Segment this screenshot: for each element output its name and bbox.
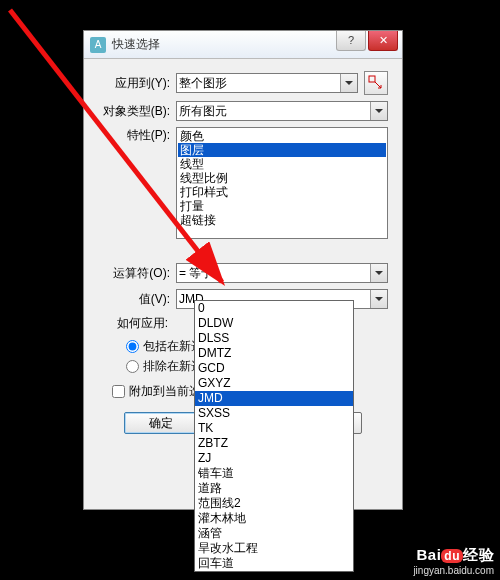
- chevron-down-icon: [340, 74, 357, 92]
- dropdown-option[interactable]: 0: [195, 301, 353, 316]
- close-button[interactable]: ✕: [368, 31, 398, 51]
- dropdown-option[interactable]: ZJ: [195, 451, 353, 466]
- dropdown-option[interactable]: DLSS: [195, 331, 353, 346]
- dropdown-option[interactable]: 错车道: [195, 466, 353, 481]
- object-type-label: 对象类型(B):: [98, 103, 176, 120]
- dropdown-option[interactable]: 灌木林地: [195, 511, 353, 526]
- ok-button[interactable]: 确定: [124, 412, 198, 434]
- chevron-down-icon: [370, 290, 387, 308]
- dropdown-option[interactable]: JMD: [195, 391, 353, 406]
- dropdown-option[interactable]: 涵管: [195, 526, 353, 541]
- operator-label: 运算符(O):: [98, 265, 176, 282]
- property-item[interactable]: 超链接: [178, 213, 386, 227]
- operator-combo[interactable]: = 等于: [176, 263, 388, 283]
- dropdown-option[interactable]: 范围线2: [195, 496, 353, 511]
- app-icon: A: [90, 37, 106, 53]
- dropdown-option[interactable]: ZBTZ: [195, 436, 353, 451]
- dropdown-option[interactable]: 回车道: [195, 556, 353, 571]
- apply-to-label: 应用到(Y):: [98, 75, 176, 92]
- dialog-title: 快速选择: [112, 36, 336, 53]
- titlebar[interactable]: A 快速选择 ? ✕: [84, 31, 402, 59]
- properties-listbox[interactable]: 颜色图层线型线型比例打印样式打量超链接: [176, 127, 388, 239]
- select-objects-button[interactable]: [364, 71, 388, 95]
- dropdown-option[interactable]: DMTZ: [195, 346, 353, 361]
- watermark: Baidu经验 jingyan.baidu.com: [413, 546, 494, 576]
- chevron-down-icon: [370, 264, 387, 282]
- select-icon: [368, 75, 384, 91]
- dropdown-option[interactable]: DLDW: [195, 316, 353, 331]
- properties-label: 特性(P):: [98, 127, 176, 144]
- chevron-down-icon: [370, 102, 387, 120]
- dropdown-option[interactable]: 道路: [195, 481, 353, 496]
- dropdown-option[interactable]: 旱改水工程: [195, 541, 353, 556]
- append-checkbox[interactable]: [112, 385, 125, 398]
- object-type-value: 所有图元: [179, 103, 227, 120]
- include-radio[interactable]: [126, 340, 139, 353]
- property-item[interactable]: 打量: [178, 199, 386, 213]
- apply-to-combo[interactable]: 整个图形: [176, 73, 358, 93]
- dropdown-option[interactable]: TK: [195, 421, 353, 436]
- exclude-radio[interactable]: [126, 360, 139, 373]
- brand-post: 经验: [463, 546, 494, 563]
- how-apply-label: 如何应用:: [98, 315, 174, 332]
- brand-badge: du: [441, 549, 463, 563]
- dropdown-option[interactable]: GXYZ: [195, 376, 353, 391]
- property-item[interactable]: 线型比例: [178, 171, 386, 185]
- svg-rect-0: [369, 76, 375, 82]
- property-item[interactable]: 颜色: [178, 129, 386, 143]
- value-dropdown-popup[interactable]: 0DLDWDLSSDMTZGCDGXYZJMDSXSSTKZBTZZJ错车道道路…: [194, 300, 354, 572]
- dropdown-option[interactable]: GCD: [195, 361, 353, 376]
- watermark-url: jingyan.baidu.com: [413, 565, 494, 576]
- value-label: 值(V):: [98, 291, 176, 308]
- property-item[interactable]: 图层: [178, 143, 386, 157]
- apply-to-value: 整个图形: [179, 75, 227, 92]
- help-button[interactable]: ?: [336, 31, 366, 51]
- object-type-combo[interactable]: 所有图元: [176, 101, 388, 121]
- property-item[interactable]: 线型: [178, 157, 386, 171]
- dropdown-option[interactable]: SXSS: [195, 406, 353, 421]
- operator-value: = 等于: [179, 265, 213, 282]
- property-item[interactable]: 打印样式: [178, 185, 386, 199]
- brand-pre: Bai: [416, 546, 441, 563]
